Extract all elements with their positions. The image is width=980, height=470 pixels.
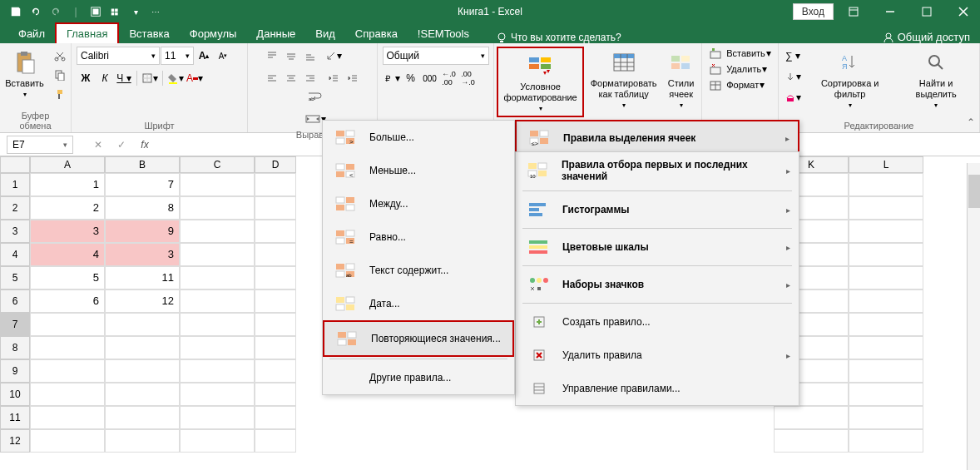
italic-icon[interactable]: К [96,69,114,87]
percent-icon[interactable]: % [402,69,420,87]
cell[interactable] [849,173,923,196]
row-header[interactable]: 12 [0,429,30,453]
cell[interactable] [30,313,105,336]
menu-less[interactable]: <Меньше... [323,154,514,187]
decrease-indent-icon[interactable] [324,69,343,87]
copy-icon[interactable] [51,66,69,84]
format-painter-icon[interactable] [51,85,69,103]
tab-home[interactable]: Главная [55,22,119,43]
cell[interactable] [255,313,296,336]
cell[interactable] [255,220,296,243]
increase-decimal-icon[interactable]: ←.0.00 [440,69,458,87]
menu-top-bottom[interactable]: 10 Правила отбора первых и последних зна… [516,152,799,189]
col-header-a[interactable]: A [30,156,105,173]
cell[interactable] [105,429,180,453]
cell[interactable] [849,406,923,429]
row-header[interactable]: 6 [0,289,30,313]
decrease-font-icon[interactable]: A▾ [214,47,232,65]
cell[interactable] [255,429,296,453]
menu-date[interactable]: Дата... [323,287,514,320]
format-table-button[interactable]: Форматировать как таблицу ▾ [587,47,661,111]
tab-semtools[interactable]: !SEMTools [408,24,479,43]
cell[interactable] [255,359,296,383]
cell[interactable]: 7 [105,173,180,196]
cell[interactable] [105,359,180,383]
menu-data-bars[interactable]: Гистограммы ▸ [516,193,799,226]
conditional-format-button[interactable]: Условное форматирование ▾ [500,50,580,114]
cell[interactable] [105,313,180,336]
col-header-c[interactable]: C [180,156,255,173]
cell[interactable] [180,313,255,336]
qat-item-icon[interactable] [87,2,105,21]
align-top-icon[interactable] [263,47,281,65]
align-middle-icon[interactable] [282,47,300,65]
cell[interactable] [849,313,923,336]
ribbon-collapse-icon[interactable]: ⌃ [967,116,975,128]
menu-icon-sets[interactable]: Наборы значков ▸ [516,268,799,301]
menu-other-rules[interactable]: Другие правила... [323,361,514,394]
tab-data[interactable]: Данные [246,24,305,43]
cell[interactable] [849,359,923,383]
cell[interactable] [30,336,105,359]
align-bottom-icon[interactable] [301,47,319,65]
cell[interactable]: 3 [105,243,180,266]
save-icon[interactable] [7,2,25,21]
font-name-combo[interactable]: Calibri▾ [77,47,160,65]
number-format-combo[interactable]: Общий▾ [383,47,489,65]
cell[interactable] [849,196,923,220]
share-button[interactable]: Общий доступ [883,31,970,43]
qat-item2-icon[interactable] [106,2,125,21]
cell[interactable] [849,336,923,359]
cell[interactable] [180,173,255,196]
cell[interactable] [180,336,255,359]
borders-icon[interactable]: ▾ [141,69,159,87]
cell[interactable] [30,383,105,406]
menu-equal[interactable]: =Равно... [323,220,514,254]
cancel-formula-icon[interactable]: ✕ [90,139,106,151]
cell[interactable] [255,336,296,359]
cell[interactable]: 6 [30,289,105,313]
delete-cells-button[interactable]: Удалить ▾ [709,62,771,76]
autosum-icon[interactable]: ∑ ▾ [784,47,802,65]
redo-icon[interactable] [47,2,65,21]
row-header[interactable]: 4 [0,243,30,266]
cell[interactable]: 5 [30,266,105,289]
name-box[interactable]: E7▾ [7,136,73,154]
fill-color-icon[interactable]: ▾ [166,69,185,87]
row-header[interactable]: 2 [0,196,30,220]
cell[interactable] [774,406,849,429]
cell[interactable] [105,383,180,406]
cell[interactable] [849,429,923,453]
menu-text-contains[interactable]: abТекст содержит... [323,254,514,287]
cell[interactable] [849,383,923,406]
cell[interactable]: 11 [105,266,180,289]
currency-icon[interactable]: ₽▾ [383,69,401,87]
cell[interactable] [180,243,255,266]
cell[interactable] [255,196,296,220]
tab-view[interactable]: Вид [305,24,345,43]
cell[interactable] [180,359,255,383]
enter-formula-icon[interactable]: ✓ [113,139,130,151]
undo-icon[interactable] [27,2,45,21]
cell[interactable] [255,289,296,313]
cell[interactable] [255,383,296,406]
cell[interactable] [30,429,105,453]
scrollbar-thumb[interactable] [968,175,980,208]
menu-manage-rules[interactable]: Управление правилами... [516,372,799,405]
menu-greater[interactable]: >Больше... [323,121,514,154]
format-cells-button[interactable]: Формат ▾ [709,78,771,92]
cell-styles-button[interactable]: Стили ячеек ▾ [664,47,699,111]
increase-font-icon[interactable]: A▴ [195,47,213,65]
fx-icon[interactable]: fx [136,139,153,151]
tab-formulas[interactable]: Формулы [180,24,247,43]
cell[interactable] [255,406,296,429]
align-center-icon[interactable] [282,69,300,87]
decrease-decimal-icon[interactable]: .00→.0 [459,69,478,87]
sort-filter-button[interactable]: AЯ Сортировка и фильтр▾ [805,47,894,111]
cell[interactable]: 2 [30,196,105,220]
cell[interactable]: 9 [105,220,180,243]
cell[interactable] [849,220,923,243]
cell[interactable]: 3 [30,220,105,243]
cut-icon[interactable] [51,47,69,65]
minimize-icon[interactable] [874,0,907,23]
